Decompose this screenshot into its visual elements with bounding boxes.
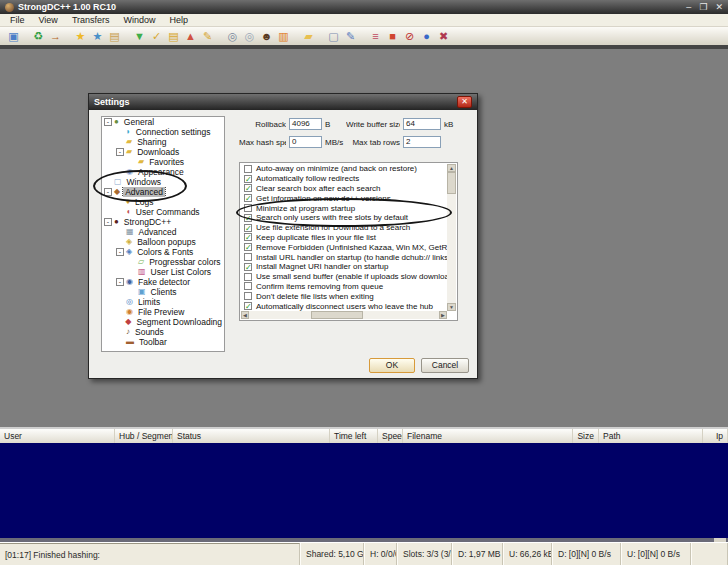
away-button[interactable]: ■ xyxy=(384,28,401,44)
network-statistics-button[interactable]: ▥ xyxy=(275,28,292,44)
upload-queue-button[interactable]: ▲ xyxy=(182,28,199,44)
max-tab-rows-input[interactable]: 2 xyxy=(403,136,441,148)
scroll-up-icon[interactable]: ▲ xyxy=(447,164,456,172)
menu-help[interactable]: Help xyxy=(163,15,196,25)
tree-expander-icon[interactable]: - xyxy=(104,118,112,126)
column-header-size[interactable]: Size xyxy=(573,429,599,443)
menu-window[interactable]: Window xyxy=(117,15,163,25)
option-install-magnet-uri-handler-on-startup[interactable]: ✓Install Magnet URI handler on startup xyxy=(241,262,447,272)
tree-expander-icon[interactable]: - xyxy=(116,148,124,156)
waiting-users-button[interactable]: ▤ xyxy=(165,28,182,44)
column-header-path[interactable]: Path xyxy=(599,429,703,443)
option-don-t-delete-file-lists-when-exiting[interactable]: Don't delete file lists when exiting xyxy=(241,291,447,301)
tree-item-clients[interactable]: ▣Clients xyxy=(102,287,224,297)
system-log-button[interactable]: ≡ xyxy=(367,28,384,44)
menu-transfers[interactable]: Transfers xyxy=(65,15,117,25)
column-header-ip[interactable]: Ip xyxy=(703,429,728,443)
tree-item-user-commands[interactable]: ◖User Commands xyxy=(102,207,224,217)
column-header-status[interactable]: Status xyxy=(173,429,330,443)
web-button[interactable]: ● xyxy=(418,28,435,44)
tree-item-balloon-popups[interactable]: ◈Balloon popups xyxy=(102,237,224,247)
recent-hubs-button[interactable]: ▤ xyxy=(106,28,123,44)
option-confirm-items-removing-from-queue[interactable]: Confirm items removing from queue xyxy=(241,282,447,292)
tree-expander-icon[interactable]: - xyxy=(104,218,112,226)
transfers-pane[interactable] xyxy=(0,443,728,538)
tree-item-general[interactable]: -●General xyxy=(102,117,224,127)
option-remove-forbidden-unfinished-kazaa-win-mx-getright-emule-strongl[interactable]: ✓Remove Forbidden (Unfinished Kazaa, Win… xyxy=(241,242,447,252)
tree-item-connection-settings[interactable]: ◗Connection settings xyxy=(102,127,224,137)
close-button-icon[interactable]: ✕ xyxy=(715,1,723,13)
tree-item-progressbar-colors[interactable]: ▱Progressbar colors xyxy=(102,257,224,267)
column-header-user[interactable]: User xyxy=(0,429,115,443)
tree-expander-icon[interactable]: - xyxy=(116,248,124,256)
column-header-time-left[interactable]: Time left xyxy=(330,429,378,443)
checkbox-unchecked-icon[interactable] xyxy=(244,253,252,261)
minimize-button-icon[interactable]: – xyxy=(686,1,691,13)
tree-item-user-list-colors[interactable]: ▥User List Colors xyxy=(102,267,224,277)
write-buffer-size-input[interactable]: 64 xyxy=(403,118,441,130)
checkbox-checked-icon[interactable]: ✓ xyxy=(244,224,252,232)
tree-item-file-preview[interactable]: ◉File Preview xyxy=(102,307,224,317)
vertical-scroll-thumb[interactable] xyxy=(447,172,456,194)
checkbox-unchecked-icon[interactable] xyxy=(244,282,252,290)
scroll-down-icon[interactable]: ▼ xyxy=(447,303,456,311)
tree-expander-icon[interactable]: - xyxy=(116,278,124,286)
follow-redirect-button[interactable]: → xyxy=(47,28,64,44)
option-automatically-disconnect-users-who-leave-the-hub[interactable]: ✓Automatically disconnect users who leav… xyxy=(241,301,447,311)
tree-item-sounds[interactable]: ♪Sounds xyxy=(102,327,224,337)
finished-uploads-button[interactable]: ✎ xyxy=(199,28,216,44)
option-automatically-follow-redirects[interactable]: ✓Automatically follow redirects xyxy=(241,174,447,184)
max-hash-speed-input[interactable]: 0 xyxy=(289,136,322,148)
public-hubs-button[interactable]: ▣ xyxy=(5,28,22,44)
scroll-left-icon[interactable]: ◀ xyxy=(241,311,249,319)
tree-item-toolbar[interactable]: ▬Toolbar xyxy=(102,337,224,347)
tree-item-favorites[interactable]: ▰Favorites xyxy=(102,157,224,167)
tree-item-downloads[interactable]: -▰Downloads xyxy=(102,147,224,157)
option-keep-duplicate-files-in-your-file-list[interactable]: ✓Keep duplicate files in your file list xyxy=(241,233,447,243)
options-horizontal-scrollbar[interactable]: ◀ ▶ xyxy=(241,311,447,319)
option-clear-search-box-after-each-search[interactable]: ✓Clear search box after each search xyxy=(241,184,447,194)
horizontal-scroll-thumb[interactable] xyxy=(311,311,363,319)
tree-item-strongdc[interactable]: -●StrongDC++ xyxy=(102,217,224,227)
option-use-small-send-buffer-enable-if-uploads-slow-downloads-a-lot[interactable]: Use small send buffer (enable if uploads… xyxy=(241,272,447,282)
download-queue-button[interactable]: ▼ xyxy=(131,28,148,44)
column-header-filename[interactable]: Filename xyxy=(403,429,573,443)
settings-button[interactable]: ▢ xyxy=(325,28,342,44)
checkbox-unchecked-icon[interactable] xyxy=(244,292,252,300)
settings-dialog-titlebar[interactable]: Settings ✕ xyxy=(89,94,477,110)
checkbox-unchecked-icon[interactable] xyxy=(244,273,252,281)
ok-button[interactable]: OK xyxy=(369,358,415,373)
finished-downloads-button[interactable]: ✓ xyxy=(148,28,165,44)
notepad-button[interactable]: ✎ xyxy=(342,28,359,44)
quit-button[interactable]: ✖ xyxy=(435,28,452,44)
search-button[interactable]: ◎ xyxy=(224,28,241,44)
shutdown-button[interactable]: ⊘ xyxy=(401,28,418,44)
open-filelist-button[interactable]: ▰ xyxy=(300,28,317,44)
restore-button-icon[interactable]: ❐ xyxy=(699,1,707,13)
menu-file[interactable]: File xyxy=(3,15,32,25)
checkbox-checked-icon[interactable]: ✓ xyxy=(244,175,252,183)
reconnect-button[interactable]: ♻ xyxy=(30,28,47,44)
checkbox-checked-icon[interactable]: ✓ xyxy=(244,184,252,192)
column-header-speed[interactable]: Speed xyxy=(378,429,403,443)
checkbox-checked-icon[interactable]: ✓ xyxy=(244,263,252,271)
checkbox-checked-icon[interactable]: ✓ xyxy=(244,243,252,251)
scroll-right-icon[interactable]: ▶ xyxy=(439,311,447,319)
rollback-input[interactable]: 4096 xyxy=(289,118,322,130)
checkbox-unchecked-icon[interactable] xyxy=(244,165,252,173)
favorite-hubs-button[interactable]: ★ xyxy=(72,28,89,44)
tree-item-limits[interactable]: ◎Limits xyxy=(102,297,224,307)
column-header-hub-segments[interactable]: Hub / Segments xyxy=(115,429,173,443)
settings-close-icon[interactable]: ✕ xyxy=(457,96,472,108)
menu-view[interactable]: View xyxy=(32,15,65,25)
checkbox-checked-icon[interactable]: ✓ xyxy=(244,302,252,310)
tree-item-advanced[interactable]: ▦Advanced xyxy=(102,227,224,237)
tree-item-segment-downloading[interactable]: ◆Segment Downloading xyxy=(102,317,224,327)
tree-item-colors-fonts[interactable]: -◈Colors & Fonts xyxy=(102,247,224,257)
option-install-url-handler-on-startup-to-handle-dchub-links[interactable]: Install URL handler on startup (to handl… xyxy=(241,252,447,262)
favorite-users-button[interactable]: ★ xyxy=(89,28,106,44)
search-spy-button[interactable]: ☻ xyxy=(258,28,275,44)
tree-item-sharing[interactable]: ▰Sharing xyxy=(102,137,224,147)
checkbox-checked-icon[interactable]: ✓ xyxy=(244,194,252,202)
adl-search-button[interactable]: ◎ xyxy=(241,28,258,44)
